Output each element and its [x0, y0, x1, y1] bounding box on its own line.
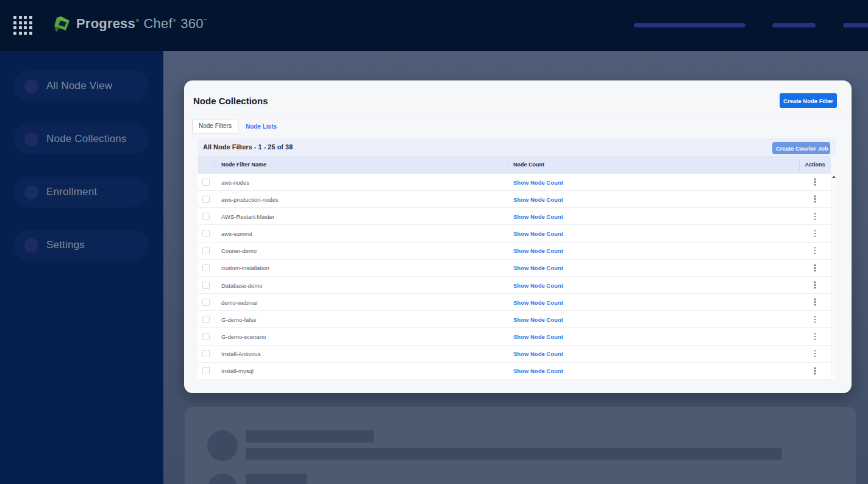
show-node-count-link[interactable]: Show Node Count: [513, 316, 563, 322]
table-row: Install-mysql Show Node Count: [198, 363, 831, 380]
row-checkbox[interactable]: [202, 179, 210, 186]
table-scrollbar[interactable]: [831, 174, 836, 380]
screen: Progress® Chef® 360℠ All Node View Node …: [0, 0, 868, 484]
row-checkbox[interactable]: [202, 282, 210, 289]
table-header: Node Filter Name Node Count Actions: [198, 156, 831, 174]
row-checkbox[interactable]: [202, 316, 210, 323]
skeleton-bar: [246, 474, 307, 484]
node-filter-name: Courier-demo: [221, 247, 257, 254]
node-filter-name: demo-webinar: [221, 299, 258, 305]
table-row: AWS-Restart-Master Show Node Count: [198, 208, 831, 225]
header-divider: [184, 115, 852, 115]
table-row: G-demo-scenario Show Node Count: [198, 328, 831, 345]
sidebar-item-label: Node Collections: [46, 133, 127, 145]
row-checkbox[interactable]: [202, 247, 210, 254]
column-header-actions: Actions: [799, 156, 831, 174]
scrollbar-up-arrow-icon[interactable]: [831, 176, 836, 178]
row-actions-kebab-icon[interactable]: [810, 311, 820, 327]
node-filter-name: aws-nodes: [221, 179, 249, 185]
show-node-count-link[interactable]: Show Node Count: [513, 351, 563, 357]
row-actions-kebab-icon[interactable]: [810, 260, 820, 276]
show-node-count-link[interactable]: Show Node Count: [513, 299, 563, 305]
node-filter-name: G-demo-false: [221, 316, 257, 322]
row-checkbox[interactable]: [202, 299, 210, 306]
table-row: aws-production-nodes Show Node Count: [198, 191, 831, 208]
panel-header: All Node Filters - 1 - 25 of 38 Create C…: [198, 138, 836, 156]
row-checkbox[interactable]: [202, 350, 210, 357]
nav-dot-icon: [24, 185, 38, 199]
app-launcher-grid-icon[interactable]: [13, 16, 32, 35]
row-checkbox[interactable]: [202, 333, 210, 340]
sidebar: All Node View Node Collections Enrollmen…: [0, 51, 163, 484]
show-node-count-link[interactable]: Show Node Count: [513, 333, 563, 340]
show-node-count-link[interactable]: Show Node Count: [513, 368, 563, 374]
show-node-count-link[interactable]: Show Node Count: [513, 196, 563, 202]
node-filter-name: Database-demo: [221, 282, 263, 288]
sidebar-item[interactable]: Settings: [13, 230, 149, 260]
filters-summary: All Node Filters - 1 - 25 of 38: [203, 138, 293, 156]
show-node-count-link[interactable]: Show Node Count: [513, 247, 563, 254]
logo-version-mark: ℠: [204, 18, 208, 23]
sidebar-item-label: All Node View: [46, 80, 112, 92]
sidebar-item[interactable]: Node Collections: [13, 124, 149, 154]
skeleton-avatar: [207, 430, 238, 461]
show-node-count-link[interactable]: Show Node Count: [513, 213, 563, 219]
progress-chef-360-logo: Progress® Chef® 360℠: [52, 15, 208, 33]
row-actions-kebab-icon[interactable]: [810, 208, 820, 224]
node-filter-name: Install-Antivirus: [221, 351, 260, 357]
tab-node-filters[interactable]: Node Filters: [192, 119, 238, 133]
node-filter-name: G-demo-scenario: [221, 333, 266, 340]
row-actions-kebab-icon[interactable]: [810, 243, 820, 259]
row-actions-kebab-icon[interactable]: [810, 174, 820, 190]
skeleton-avatar: [207, 474, 238, 484]
row-actions-kebab-icon[interactable]: [810, 225, 820, 241]
row-checkbox[interactable]: [202, 213, 210, 220]
table-row: aws-nodes Show Node Count: [198, 174, 831, 191]
logo-brand: Progress: [76, 16, 135, 31]
row-checkbox[interactable]: [202, 196, 210, 203]
show-node-count-link[interactable]: Show Node Count: [513, 265, 563, 271]
chef-logo-icon: [52, 15, 71, 33]
row-checkbox[interactable]: [202, 230, 210, 237]
row-actions-kebab-icon[interactable]: [810, 277, 820, 293]
tab-node-lists[interactable]: Node Lists: [238, 120, 283, 133]
node-filter-name: aws-summit: [221, 230, 252, 237]
row-actions-kebab-icon[interactable]: [810, 191, 820, 207]
skeleton-bar: [246, 430, 374, 443]
nav-dot-icon: [24, 238, 38, 252]
logo-version: 360: [180, 16, 203, 31]
sidebar-nav: All Node View Node Collections Enrollmen…: [0, 51, 163, 260]
logo-product: Chef: [144, 16, 173, 31]
show-node-count-link[interactable]: Show Node Count: [513, 282, 563, 288]
create-node-filter-button[interactable]: Create Node Filter: [780, 93, 837, 108]
row-actions-kebab-icon[interactable]: [810, 294, 820, 310]
logo-brand-reg: ®: [135, 18, 140, 23]
table-row: Install-Antivirus Show Node Count: [198, 346, 831, 363]
table-row: aws-summit Show Node Count: [198, 225, 831, 242]
page-title: Node Collections: [193, 96, 268, 106]
sidebar-item[interactable]: Enrollment: [13, 177, 149, 207]
sidebar-item-label: Settings: [46, 239, 85, 251]
row-checkbox[interactable]: [202, 367, 210, 374]
sidebar-item[interactable]: All Node View: [13, 71, 149, 101]
topbar: Progress® Chef® 360℠: [0, 0, 868, 51]
tab-bar: Node Filters Node Lists: [192, 119, 283, 133]
row-actions-kebab-icon[interactable]: [810, 346, 820, 362]
node-filter-name: AWS-Restart-Master: [221, 213, 274, 219]
logo-text: Progress® Chef® 360℠: [76, 16, 208, 32]
row-actions-kebab-icon[interactable]: [810, 363, 820, 379]
column-header-name: Node Filter Name: [221, 156, 266, 174]
loading-skeleton-card: [185, 407, 856, 484]
show-node-count-link[interactable]: Show Node Count: [513, 179, 563, 185]
node-filters-panel: All Node Filters - 1 - 25 of 38 Create C…: [198, 138, 836, 380]
logo-product-reg: ®: [173, 18, 177, 23]
create-courier-job-button[interactable]: Create Courier Job: [772, 142, 830, 154]
row-actions-kebab-icon[interactable]: [810, 328, 820, 344]
skeleton-bar: [246, 448, 782, 460]
table-row: Database-demo Show Node Count: [198, 277, 831, 294]
nav-dot-icon: [24, 79, 38, 93]
row-checkbox[interactable]: [202, 264, 210, 271]
table-body: aws-nodes Show Node Count aws-production…: [198, 174, 831, 380]
column-separator: [215, 160, 215, 170]
show-node-count-link[interactable]: Show Node Count: [513, 230, 563, 237]
